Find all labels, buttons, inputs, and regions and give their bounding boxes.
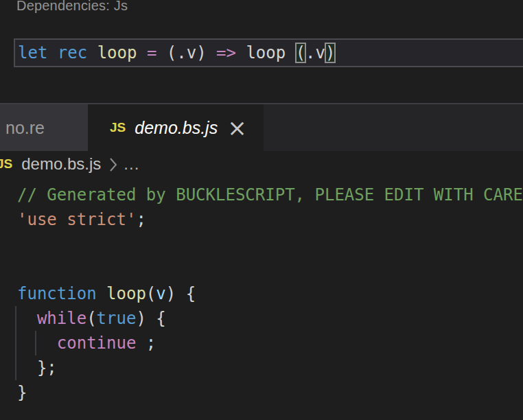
code-token: ): [325, 43, 335, 62]
tab-demo-re[interactable]: no.re: [0, 104, 88, 151]
code-token: loop: [97, 43, 137, 62]
code-token: [207, 43, 216, 62]
js-lang-icon: JS: [110, 120, 126, 135]
code-token: {: [176, 284, 196, 303]
code-token: .v: [305, 43, 325, 62]
code-token: ;: [136, 210, 146, 229]
breadcrumb-file[interactable]: demo.bs.js: [21, 154, 101, 174]
code-token: [236, 43, 246, 62]
tab-label: no.re: [5, 118, 45, 138]
code-line: while(true) {: [17, 306, 523, 331]
code-token: true: [97, 309, 137, 328]
code-token: // Generated by BUCKLESCRIPT, PLEASE EDI…: [17, 185, 523, 205]
breadcrumb: JS demo.bs.js ...: [0, 151, 523, 177]
code-token: loop: [106, 284, 146, 303]
tab-label: demo.bs.js: [135, 118, 218, 138]
dependencies-header: Dependencies: Js: [16, 0, 128, 14]
code-line: [17, 257, 523, 281]
code-token: (: [146, 284, 156, 303]
code-token: }: [17, 383, 27, 402]
code-token: v: [156, 284, 165, 303]
close-icon[interactable]: ×: [227, 121, 247, 135]
js-lang-icon: JS: [0, 156, 12, 172]
code-token: [156, 43, 166, 62]
indent-guide: [35, 331, 36, 355]
code-token: =>: [216, 43, 236, 62]
code-token: [97, 284, 106, 303]
code-line: };: [17, 355, 523, 380]
tab-bar: no.re JS demo.bs.js ×: [0, 104, 523, 151]
code-line: 'use strict';: [17, 207, 523, 232]
code-token: (.v): [167, 43, 207, 62]
code-token: ): [136, 309, 146, 328]
code-token: [17, 334, 57, 353]
code-line: // Generated by BUCKLESCRIPT, PLEASE EDI…: [17, 183, 523, 207]
code-token: function: [17, 284, 97, 303]
tabstrip-empty-area: [264, 104, 523, 151]
code-token: ;: [136, 334, 156, 353]
reason-code-line[interactable]: let rec loop = (.v) => loop (.v): [14, 38, 523, 67]
code-line: }: [17, 380, 523, 405]
tab-demo-bs-js[interactable]: JS demo.bs.js ×: [88, 104, 264, 151]
code-token: (: [86, 309, 96, 328]
chevron-right-icon: [108, 156, 118, 173]
code-token: (: [296, 43, 305, 62]
indent-guide: [15, 306, 16, 380]
code-token: =: [147, 43, 156, 62]
code-token: 'use strict': [17, 210, 136, 229]
code-line: continue ;: [17, 331, 523, 355]
code-token: };: [17, 358, 57, 377]
top-editor-panel: Dependencies: Js let rec loop = (.v) => …: [0, 0, 523, 103]
code-token: loop: [246, 43, 286, 62]
breadcrumb-symbol-path[interactable]: ...: [124, 154, 139, 174]
code-line: function loop(v) {: [17, 281, 523, 306]
code-token: [87, 43, 97, 62]
code-token: {: [146, 309, 166, 328]
code-token: while: [37, 309, 86, 328]
code-token: rec: [58, 43, 87, 62]
code-token: [137, 43, 146, 62]
code-token: [47, 43, 57, 62]
code-token: let: [18, 43, 47, 62]
code-token: [286, 43, 295, 62]
code-line: [17, 232, 523, 257]
code-editor[interactable]: // Generated by BUCKLESCRIPT, PLEASE EDI…: [0, 177, 523, 420]
code-token: continue: [57, 334, 137, 353]
code-token: ): [166, 284, 176, 303]
code-token: [17, 309, 37, 328]
